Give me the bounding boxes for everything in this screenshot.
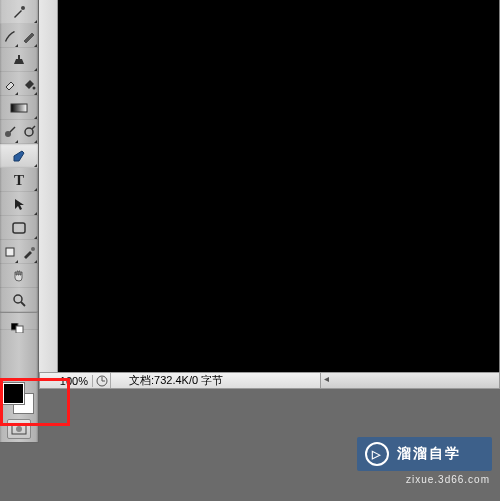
watermark-url: zixue.3d66.com xyxy=(406,474,490,485)
svg-point-2 xyxy=(32,87,35,90)
paint-bucket-tool[interactable] xyxy=(19,72,38,96)
shape-tool[interactable] xyxy=(0,216,38,240)
small-swatch-tool[interactable] xyxy=(0,316,38,340)
play-icon: ▷ xyxy=(365,442,389,466)
zoom-field[interactable]: 100% xyxy=(40,375,93,387)
svg-point-14 xyxy=(16,426,22,432)
canvas-area xyxy=(39,0,500,380)
document-canvas[interactable] xyxy=(58,0,500,380)
type-tool[interactable]: T xyxy=(0,168,38,192)
brush-tool[interactable] xyxy=(0,0,38,24)
color-swatch[interactable] xyxy=(0,380,36,416)
quick-mask-button[interactable] xyxy=(7,419,31,439)
tools-toolbar: T xyxy=(0,0,39,380)
foreground-color[interactable] xyxy=(3,383,24,404)
svg-rect-3 xyxy=(11,104,27,112)
svg-point-5 xyxy=(25,128,33,136)
clone-stamp-tool[interactable] xyxy=(0,48,38,72)
eyedropper-tool[interactable] xyxy=(19,240,38,264)
path-select-tool[interactable] xyxy=(0,192,38,216)
svg-rect-11 xyxy=(16,326,23,333)
history-brush-tool[interactable] xyxy=(0,24,19,48)
svg-rect-6 xyxy=(13,223,25,233)
watermark-badge: ▷ 溜溜自学 xyxy=(357,437,492,471)
vertical-ruler[interactable] xyxy=(39,0,58,380)
pencil-tool[interactable] xyxy=(19,24,38,48)
watermark-text: 溜溜自学 xyxy=(397,445,461,463)
gradient-tool[interactable] xyxy=(0,96,38,120)
zoom-tool[interactable] xyxy=(0,288,38,312)
status-icon[interactable] xyxy=(93,373,111,388)
svg-point-8 xyxy=(31,247,35,251)
eraser-tool[interactable] xyxy=(0,72,19,96)
svg-point-0 xyxy=(21,6,25,10)
hand-tool[interactable] xyxy=(0,264,38,288)
h-scrollbar[interactable] xyxy=(320,372,500,389)
svg-rect-7 xyxy=(6,248,14,256)
pen-tool[interactable] xyxy=(0,144,38,168)
dodge-tool[interactable] xyxy=(19,120,38,144)
smudge-tool[interactable] xyxy=(0,120,19,144)
svg-rect-1 xyxy=(18,55,20,60)
svg-point-9 xyxy=(14,295,22,303)
notes-tool[interactable] xyxy=(0,240,19,264)
